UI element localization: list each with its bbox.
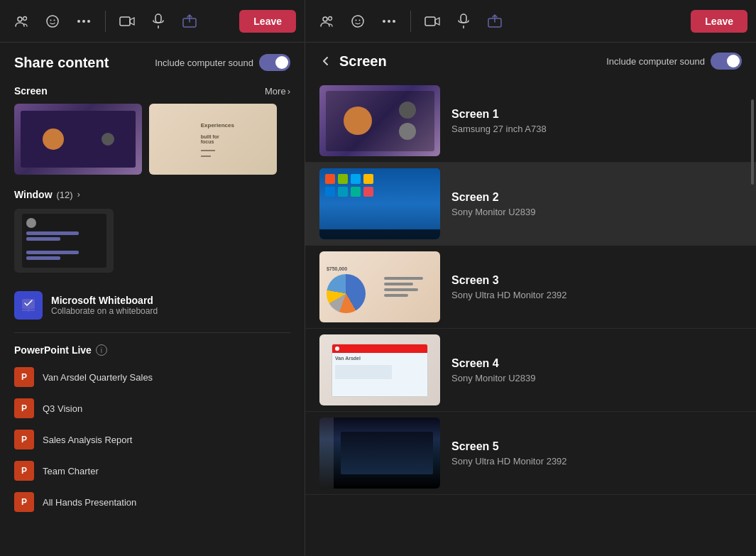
svg-point-1 [23,16,27,20]
screen-2-name: Screen 2 [451,191,742,204]
ppt-name-2: Q3 Vision [43,403,82,414]
screen-section-title: Screen [14,85,48,97]
back-button[interactable] [319,55,332,67]
screen1-avatar [344,107,372,135]
include-sound-right[interactable]: Include computer sound [606,53,742,70]
ppt-name-5: All Hands Presentation [43,497,136,508]
people-icon[interactable] [9,9,34,34]
divider-right [410,11,411,32]
ppt-icon-5: P [14,492,34,512]
ppt-icon-3: P [14,430,34,449]
svg-rect-23 [425,17,435,26]
avatar-2 [102,133,114,146]
emoji-icon[interactable] [40,9,65,34]
screen-4-thumbnail: Van Arsdel [319,334,440,405]
ppt-item[interactable]: P Q3 Vision [0,393,305,424]
whiteboard-icon [14,291,43,320]
ppt-icon-1: P [14,367,34,387]
share-content-title: Share content [14,55,109,71]
ppt-icon-2: P [14,398,34,418]
screen-3-name: Screen 3 [451,274,742,287]
right-toolbar: Leave [305,0,756,43]
svg-point-7 [87,20,90,23]
svg-point-3 [50,19,52,21]
microphone-icon-right[interactable] [451,9,476,34]
ppt-item[interactable]: P All Hands Presentation [0,486,305,518]
leave-button-right[interactable]: Leave [691,10,747,33]
ppt-section-header: PowerPoint Live i [0,339,305,361]
window-thumbnail[interactable] [14,209,114,273]
ppt-icon-4: P [14,461,34,481]
screen-1-name: Screen 1 [451,108,742,121]
screen-thumbnails: Experiences built for focus [0,104,305,186]
leave-button[interactable]: Leave [239,10,296,33]
ppt-name-4: Team Charter [43,466,99,476]
camera-icon-right[interactable] [420,9,445,34]
screen-item-2[interactable]: Screen 2 Sony Monitor U2839 [305,163,756,246]
more-link[interactable]: More › [265,86,290,97]
include-sound-toggle-right[interactable] [711,53,742,70]
right-scrollbar[interactable] [751,92,754,542]
screen-thumb-2[interactable]: Experiences built for focus [149,104,277,175]
screen-1-desc: Samsung 27 inch A738 [451,124,742,134]
svg-point-21 [388,20,390,23]
avatar-1 [43,129,64,150]
include-sound-label-right: Include computer sound [606,56,705,67]
whiteboard-item[interactable]: Microsoft Whiteboard Collaborate on a wh… [0,284,305,327]
scrollbar-thumb [751,99,754,185]
ppt-item[interactable]: P Sales Analysis Report [0,424,305,455]
include-sound-label: Include computer sound [155,58,253,68]
screen-4-desc: Sony Monitor U2839 [451,373,742,383]
include-sound-control[interactable]: Include computer sound [155,54,290,71]
screen-thumb-1[interactable] [14,104,142,175]
svg-point-15 [323,17,327,21]
share-icon-right[interactable] [482,9,508,34]
svg-point-22 [393,20,395,23]
screen-list: Screen 1 Samsung 27 inch A738 [305,80,756,556]
ppt-item[interactable]: P Van Arsdel Quarterly Sales [0,361,305,393]
ppt-list: P Van Arsdel Quarterly Sales P Q3 Vision… [0,361,305,518]
screen-item-5[interactable]: Screen 5 Sony Ultra HD Monitor 2392 [305,412,756,495]
screen-item-3[interactable]: $750,000 Screen 3 Sony Ultra HD Monitor … [305,246,756,329]
window-section-header[interactable]: Window (12) › [0,186,305,209]
info-icon[interactable]: i [96,344,107,356]
svg-point-16 [329,16,332,20]
microphone-icon[interactable] [146,9,171,34]
divider [14,332,290,333]
svg-point-20 [383,20,385,23]
screen-section-header: Screen More › [0,80,305,104]
camera-icon[interactable] [114,9,140,34]
people-icon-right[interactable] [314,9,339,34]
more-options-icon[interactable] [71,9,97,34]
more-label: More [265,86,286,97]
svg-point-0 [18,17,22,21]
whiteboard-desc: Collaborate on a whiteboard [51,306,158,316]
screen-2-desc: Sony Monitor U2839 [451,207,742,217]
more-options-icon-right[interactable] [376,9,402,34]
screen-2-thumbnail [319,168,440,239]
screen-3-thumbnail: $750,000 [319,251,440,322]
screen-5-thumbnail [319,418,440,489]
include-sound-toggle[interactable] [259,54,290,71]
left-toolbar: Leave [0,0,305,43]
left-panel: Leave Share content Include computer sou… [0,0,305,556]
svg-rect-24 [461,14,466,23]
emoji-icon-right[interactable] [345,9,371,34]
screen-item-1[interactable]: Screen 1 Samsung 27 inch A738 [305,80,756,163]
share-content-header: Share content Include computer sound [0,43,305,80]
svg-rect-9 [155,14,161,23]
ppt-name-1: Van Arsdel Quarterly Sales [43,372,153,383]
svg-point-2 [47,16,58,27]
divider-1 [105,11,106,32]
ppt-item[interactable]: P Team Charter [0,455,305,486]
screen-5-name: Screen 5 [451,440,742,453]
screen-panel-title: Screen [339,53,387,70]
screen-item-4[interactable]: Van Arsdel Screen 4 Sony Monitor U2839 [305,329,756,412]
svg-point-17 [352,16,363,27]
svg-point-4 [54,19,55,21]
left-scroll-area: Screen More › Experiences built for focu… [0,80,305,556]
share-icon[interactable] [177,9,202,34]
ppt-name-3: Sales Analysis Report [43,435,132,445]
chevron-right-icon: › [287,86,290,97]
whiteboard-name: Microsoft Whiteboard [51,295,158,306]
